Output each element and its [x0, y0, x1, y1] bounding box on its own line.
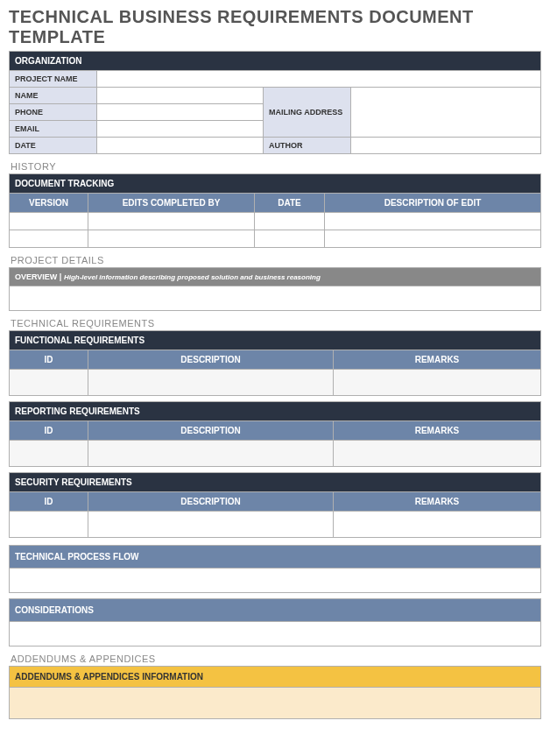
- col-desc: DESCRIPTION: [88, 421, 334, 441]
- security-header: SECURITY REQUIREMENTS: [10, 473, 541, 492]
- col-remarks: REMARKS: [334, 421, 541, 441]
- col-remarks: REMARKS: [334, 492, 541, 512]
- table-row[interactable]: [10, 512, 541, 538]
- details-table: OVERVIEW | High-level information descri…: [9, 267, 541, 311]
- addendums-label: ADDENDUMS & APPENDICES: [11, 654, 541, 664]
- label-email: EMAIL: [10, 121, 97, 138]
- addendums-table: ADDENDUMS & APPENDICES INFORMATION: [9, 666, 541, 719]
- field-date[interactable]: [97, 138, 264, 154]
- organization-table: ORGANIZATION PROJECT NAME NAME MAILING A…: [9, 51, 541, 154]
- overview-field[interactable]: [10, 286, 541, 311]
- col-date: DATE: [255, 194, 325, 213]
- flow-table: TECHNICAL PROCESS FLOW: [9, 545, 541, 593]
- col-desc: DESCRIPTION: [88, 350, 334, 370]
- overview-header: OVERVIEW | High-level information descri…: [10, 268, 541, 286]
- reporting-header: REPORTING REQUIREMENTS: [10, 402, 541, 421]
- overview-label: OVERVIEW |: [15, 272, 61, 281]
- flow-field[interactable]: [10, 569, 541, 593]
- flow-header: TECHNICAL PROCESS FLOW: [10, 546, 541, 569]
- col-id: ID: [10, 350, 88, 370]
- col-version: VERSION: [10, 194, 88, 213]
- label-author: AUTHOR: [264, 138, 351, 154]
- history-label: HISTORY: [11, 161, 541, 172]
- addendums-header: ADDENDUMS & APPENDICES INFORMATION: [10, 667, 541, 688]
- field-project-name[interactable]: [97, 71, 541, 88]
- label-project-name: PROJECT NAME: [10, 71, 97, 88]
- field-email[interactable]: [97, 121, 264, 138]
- security-table: SECURITY REQUIREMENTS ID DESCRIPTION REM…: [9, 472, 541, 538]
- considerations-header: CONSIDERATIONS: [10, 599, 541, 622]
- field-phone[interactable]: [97, 104, 264, 121]
- functional-table: FUNCTIONAL REQUIREMENTS ID DESCRIPTION R…: [9, 330, 541, 396]
- page-title: TECHNICAL BUSINESS REQUIREMENTS DOCUMENT…: [9, 7, 541, 47]
- considerations-field[interactable]: [10, 622, 541, 646]
- label-phone: PHONE: [10, 104, 97, 121]
- field-mailing-address[interactable]: [351, 88, 541, 138]
- reporting-table: REPORTING REQUIREMENTS ID DESCRIPTION RE…: [9, 401, 541, 467]
- col-desc: DESCRIPTION OF EDIT: [325, 194, 541, 213]
- overview-hint: High-level information describing propos…: [64, 273, 321, 281]
- addendums-field[interactable]: [10, 688, 541, 719]
- table-row[interactable]: [10, 213, 541, 230]
- history-table: DOCUMENT TRACKING VERSION EDITS COMPLETE…: [9, 173, 541, 248]
- label-name: NAME: [10, 88, 97, 104]
- label-date: DATE: [10, 138, 97, 154]
- tech-label: TECHNICAL REQUIREMENTS: [11, 318, 541, 329]
- col-id: ID: [10, 492, 88, 512]
- field-author[interactable]: [351, 138, 541, 154]
- organization-header: ORGANIZATION: [10, 52, 541, 71]
- table-row[interactable]: [10, 370, 541, 396]
- label-mailing-address: MAILING ADDRESS: [264, 88, 351, 138]
- col-id: ID: [10, 421, 88, 441]
- tracking-header: DOCUMENT TRACKING: [10, 174, 541, 194]
- table-row[interactable]: [10, 230, 541, 248]
- table-row[interactable]: [10, 441, 541, 467]
- details-label: PROJECT DETAILS: [11, 255, 541, 265]
- col-remarks: REMARKS: [334, 350, 541, 370]
- col-edits: EDITS COMPLETED BY: [88, 194, 255, 213]
- field-name[interactable]: [97, 88, 264, 104]
- col-desc: DESCRIPTION: [88, 492, 334, 512]
- functional-header: FUNCTIONAL REQUIREMENTS: [10, 331, 541, 350]
- considerations-table: CONSIDERATIONS: [9, 598, 541, 646]
